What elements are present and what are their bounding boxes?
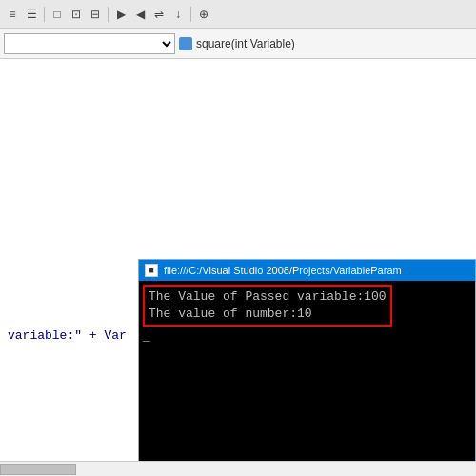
- toolbar-icon-5[interactable]: ⊟: [87, 6, 104, 23]
- toolbar-separator-2: [108, 7, 109, 22]
- horizontal-scrollbar[interactable]: [0, 461, 476, 476]
- toolbar: ≡ ☰ □ ⊡ ⊟ ▶ ◀ ⇌ ↓ ⊕: [0, 0, 476, 29]
- toolbar-separator-1: [44, 7, 45, 22]
- function-bar: square(int Variable): [0, 29, 476, 59]
- toolbar-icon-3[interactable]: □: [49, 6, 66, 23]
- function-icon: [179, 37, 192, 50]
- code-text: variable:" + Var: [8, 328, 127, 343]
- console-line-1: The Value of Passed variable:100: [149, 288, 387, 306]
- toolbar-icon-1[interactable]: ≡: [4, 6, 21, 23]
- console-window: ■ file:///C:/Visual Studio 2008/Projects…: [138, 259, 476, 476]
- toolbar-icon-9[interactable]: ↓: [169, 6, 187, 23]
- toolbar-icon-10[interactable]: ⊕: [195, 6, 212, 23]
- console-titlebar: ■ file:///C:/Visual Studio 2008/Projects…: [139, 260, 475, 281]
- toolbar-separator-3: [190, 7, 191, 22]
- console-output-highlight: The Value of Passed variable:100 The val…: [143, 285, 392, 327]
- function-label: square(int Variable): [179, 37, 295, 50]
- editor-area: variable:" + Var ■ file:///C:/Visual Stu…: [0, 59, 476, 476]
- console-title-icon: ■: [145, 264, 158, 277]
- toolbar-icon-2[interactable]: ☰: [23, 6, 40, 23]
- toolbar-icon-4[interactable]: ⊡: [68, 6, 85, 23]
- console-body: The Value of Passed variable:100 The val…: [139, 281, 475, 475]
- toolbar-icon-6[interactable]: ▶: [112, 6, 129, 23]
- scope-dropdown[interactable]: [4, 33, 175, 54]
- console-title-text: file:///C:/Visual Studio 2008/Projects/V…: [164, 265, 402, 276]
- function-name: square(int Variable): [196, 37, 295, 50]
- console-cursor: _: [143, 328, 471, 346]
- code-snippet: variable:" + Var: [8, 328, 127, 343]
- code-panel: variable:" + Var ■ file:///C:/Visual Stu…: [0, 59, 476, 476]
- scrollbar-thumb[interactable]: [0, 464, 76, 475]
- toolbar-icon-8[interactable]: ⇌: [150, 6, 168, 23]
- console-line-2: The value of number:10: [149, 306, 387, 323]
- toolbar-icon-7[interactable]: ◀: [131, 6, 149, 23]
